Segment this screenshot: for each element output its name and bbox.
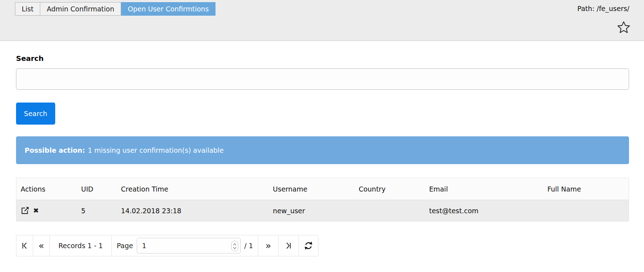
page-select[interactable]: 1 [137,238,241,253]
notice-text: 1 missing user confirmation(s) available [88,146,224,154]
refresh-button[interactable] [298,235,318,256]
cell-full-name [543,200,629,221]
column-header-country: Country [354,178,425,200]
column-header-email: Email [425,178,543,200]
search-input[interactable] [16,68,629,90]
search-button[interactable]: Search [16,103,55,125]
cell-username: new_user [269,200,354,221]
cell-uid: 5 [77,200,117,221]
delete-record-icon[interactable]: ✖ [33,207,39,214]
table-header-row: Actions UID Creation Time Username Count… [16,178,629,200]
last-page-button[interactable] [278,235,299,256]
next-page-button[interactable]: » [258,235,279,256]
page-total-label: / 1 [244,242,253,250]
cell-email: test@test.com [425,200,543,221]
possible-action-banner[interactable]: Possible action: 1 missing user confirma… [16,136,629,164]
table-row: ✖ 5 14.02.2018 23:18 new_user test@test.… [16,200,629,221]
tab-open-user-confirmations[interactable]: Open User Confirmtions [121,2,215,16]
tab-bar: List Admin Confirmation Open User Confir… [15,2,215,16]
previous-page-button[interactable]: « [33,235,50,256]
column-header-creation-time: Creation Time [117,178,269,200]
bookmark-star-icon[interactable] [617,21,630,34]
notice-bold-text: Possible action: [25,146,85,154]
pagination-bar: « Records 1 - 1 Page 1 / 1 » [16,235,318,256]
top-bar: List Admin Confirmation Open User Confir… [0,0,644,41]
column-header-username: Username [269,178,354,200]
stepper-icon [231,241,238,251]
tab-list[interactable]: List [15,2,40,16]
first-page-icon [21,242,28,250]
column-header-actions: Actions [16,178,77,200]
refresh-icon [303,241,313,251]
search-heading: Search [16,54,629,63]
page-path: Path: /fe_users/ [577,5,629,12]
page-label: Page [117,242,133,250]
records-table: Actions UID Creation Time Username Count… [16,178,629,221]
records-range-label: Records 1 - 1 [50,235,112,256]
column-header-uid: UID [77,178,117,200]
first-page-button[interactable] [16,235,33,256]
open-record-icon[interactable] [21,206,30,215]
page-cell: Page 1 / 1 [111,235,259,256]
cell-creation-time: 14.02.2018 23:18 [117,200,269,221]
page-select-value: 1 [142,242,146,250]
cell-country [354,200,425,221]
last-page-icon [285,242,292,250]
main-content: Search Search Possible action: 1 missing… [0,54,644,256]
column-header-full-name: Full Name [543,178,629,200]
tab-admin-confirmation[interactable]: Admin Confirmation [40,2,121,16]
